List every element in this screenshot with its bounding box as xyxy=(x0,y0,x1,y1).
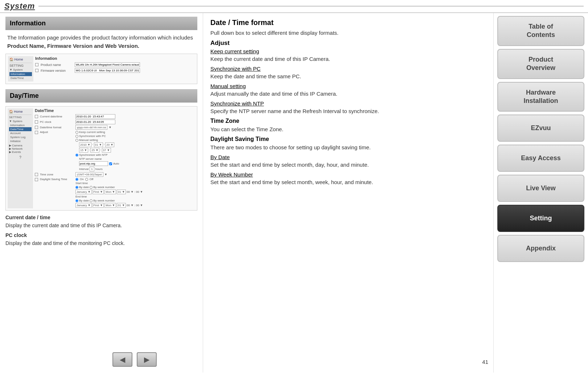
keep-current-setting-section: Keep current setting Keep the current da… xyxy=(210,48,486,63)
time-zone-title: Time Zone xyxy=(210,118,486,124)
page-title: System xyxy=(4,1,35,11)
by-week-section: By Week Number Set the start and end tim… xyxy=(210,171,486,186)
sync-with-ntp-section: Synchronize with NTP Specify the NTP ser… xyxy=(210,100,486,115)
ss-datetime-menu: Date/Time xyxy=(9,76,32,80)
by-week-link: By Week Number xyxy=(210,171,486,178)
information-header: Information xyxy=(5,17,197,30)
manual-setting-desc: Adjust manually the date and time of thi… xyxy=(210,90,486,97)
right-panel: Table of Contents Product Overview Hardw… xyxy=(493,13,588,373)
sync-with-pc-link: Synchronize with PC xyxy=(210,66,486,72)
ss-firmware-input xyxy=(75,68,140,73)
daytime-section: Day/Time 🏠 Home SETTING ▼ System Informa… xyxy=(5,89,197,211)
nav-item-easy-access[interactable]: Easy Access xyxy=(497,145,584,172)
sync-with-pc-desc: Keep the date and time the same PC. xyxy=(210,72,486,80)
nav-item-live-view[interactable]: Live View xyxy=(497,175,584,202)
manual-setting-link: Manual setting xyxy=(210,83,486,89)
main-container: Information The Information page provide… xyxy=(0,13,588,373)
daytime-header: Day/Time xyxy=(5,89,197,103)
nav-item-setting[interactable]: Setting xyxy=(497,205,584,232)
title-divider xyxy=(38,6,584,7)
adjust-title: Adjust xyxy=(210,40,486,47)
by-week-desc: Set the start and end time by select mon… xyxy=(210,178,486,186)
nav-item-table-of-contents[interactable]: Table of Contents xyxy=(497,16,584,46)
nav-item-ezvuu[interactable]: EZvuu xyxy=(497,115,584,142)
ss-setting-label: SETTING xyxy=(9,64,32,67)
by-date-link: By Date xyxy=(210,154,486,160)
nav-item-hardware-installation[interactable]: Hardware Installation xyxy=(497,82,584,112)
left-panel: Information The Information page provide… xyxy=(0,13,203,373)
ss-product-name-input xyxy=(75,62,140,67)
page-number: 41 xyxy=(482,359,488,365)
sync-with-ntp-link: Synchronize with NTP xyxy=(210,100,486,107)
dst-desc: There are two modes to choose for settin… xyxy=(210,144,486,151)
time-zone-desc: You can select the Time Zone. xyxy=(210,125,486,133)
information-screenshot: 🏠 Home SETTING ▼System Information Date/… xyxy=(5,54,197,84)
ss-home-label: 🏠 Home xyxy=(9,58,32,61)
sync-with-pc-section: Synchronize with PC Keep the date and ti… xyxy=(210,66,486,80)
title-bar: System xyxy=(0,0,588,13)
information-description: The Information page provides the produc… xyxy=(5,34,197,50)
nav-item-appendix[interactable]: Appendix xyxy=(497,235,584,262)
daytime-screenshot: 🏠 Home SETTING ▼ System Information Date… xyxy=(5,106,197,211)
keep-current-setting-link: Keep current setting xyxy=(210,48,486,54)
dst-section: Daylight Saving Time There are two modes… xyxy=(210,136,486,151)
ss-info-title: Information xyxy=(35,56,195,61)
dst-title: Daylight Saving Time xyxy=(210,136,486,142)
bottom-captions: Current date / time Display the current … xyxy=(5,213,197,248)
by-date-desc: Set the start and end time by select mon… xyxy=(210,161,486,169)
keep-current-setting-desc: Keep the current date and time of this I… xyxy=(210,55,486,63)
by-date-section: By Date Set the start and end time by se… xyxy=(210,154,486,169)
time-zone-section: Time Zone You can select the Time Zone. xyxy=(210,118,486,133)
pull-down-description: Pull down box to select different time d… xyxy=(210,30,486,36)
date-time-format-title: Date / Time format xyxy=(210,18,486,27)
manual-setting-section: Manual setting Adjust manually the date … xyxy=(210,83,486,97)
nav-item-product-overview[interactable]: Product Overview xyxy=(497,49,584,79)
middle-panel: Date / Time format Pull down box to sele… xyxy=(203,13,493,373)
sync-with-ntp-desc: Specify the NTP server name and the Refr… xyxy=(210,107,486,115)
ss-information-menu: Information xyxy=(9,72,32,76)
